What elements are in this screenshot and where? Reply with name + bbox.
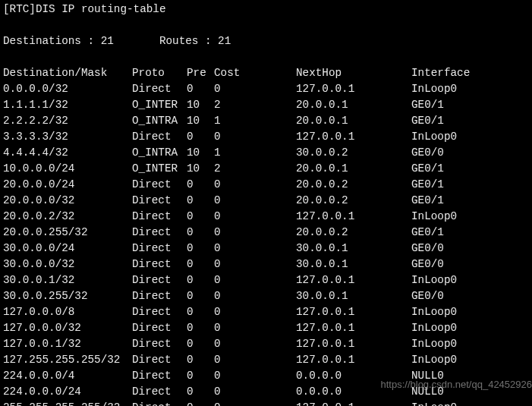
cell-proto: Direct [132, 288, 187, 304]
table-row: 30.0.0.0/32Direct0030.0.0.1GE0/0 [3, 257, 529, 272]
cell-pre: 10 [187, 113, 214, 129]
cell-iface: GE0/0 [411, 145, 529, 161]
cell-dest: 127.0.0.1/32 [3, 336, 132, 352]
cell-nexthop: 127.0.0.1 [296, 352, 411, 368]
cell-pre: 0 [187, 352, 214, 368]
cell-pre: 0 [187, 81, 214, 97]
cell-dest: 127.255.255.255/32 [3, 352, 132, 368]
cell-nexthop: 127.0.0.1 [296, 129, 411, 145]
table-row: 20.0.0.255/32Direct0020.0.0.2GE0/1 [3, 225, 529, 241]
cell-iface: InLoop0 [411, 272, 529, 288]
command-line: [RTC]DIS IP routing-table [3, 2, 529, 17]
cell-proto: Direct [132, 352, 187, 368]
cell-pre: 0 [187, 193, 214, 209]
cell-nexthop: 127.0.0.1 [296, 209, 411, 225]
cell-cost: 2 [214, 161, 296, 177]
cell-iface: GE0/1 [411, 113, 529, 129]
cell-nexthop: 20.0.0.2 [296, 177, 411, 193]
routing-table-body: 0.0.0.0/32Direct00127.0.0.1InLoop01.1.1.… [3, 81, 529, 406]
cell-cost: 0 [214, 225, 296, 241]
cell-proto: Direct [132, 193, 187, 209]
blank-line [3, 49, 529, 65]
table-row: 4.4.4.4/32O_INTRA10130.0.0.2GE0/0 [3, 145, 529, 161]
cell-nexthop: 20.0.0.1 [296, 113, 411, 129]
cell-iface: GE0/1 [411, 177, 529, 193]
cell-cost: 2 [214, 97, 296, 113]
table-row: 20.0.0.0/24Direct0020.0.0.2GE0/1 [3, 177, 529, 193]
cell-iface: InLoop0 [411, 336, 529, 352]
cell-proto: Direct [132, 177, 187, 193]
cell-dest: 20.0.0.255/32 [3, 225, 132, 241]
cell-nexthop: 127.0.0.1 [296, 272, 411, 288]
cell-pre: 0 [187, 320, 214, 336]
cell-iface: GE0/0 [411, 288, 529, 304]
cell-pre: 0 [187, 241, 214, 257]
table-row: 10.0.0.0/24O_INTER10220.0.0.1GE0/1 [3, 161, 529, 177]
cell-nexthop: 127.0.0.1 [296, 320, 411, 336]
cell-dest: 20.0.0.0/24 [3, 177, 132, 193]
table-row: 30.0.0.0/24Direct0030.0.0.1GE0/0 [3, 241, 529, 257]
col-cost: Cost [214, 65, 296, 81]
cell-dest: 30.0.0.0/32 [3, 257, 132, 272]
cell-dest: 255.255.255.255/32 [3, 400, 132, 406]
cell-nexthop: 30.0.0.1 [296, 288, 411, 304]
cell-nexthop: 0.0.0.0 [296, 384, 411, 400]
table-row: 224.0.0.0/24Direct000.0.0.0NULL0 [3, 384, 529, 400]
cell-pre: 0 [187, 177, 214, 193]
table-row: 127.0.0.0/8Direct00127.0.0.1InLoop0 [3, 304, 529, 320]
cell-cost: 0 [214, 177, 296, 193]
cell-dest: 30.0.0.0/24 [3, 241, 132, 257]
cell-nexthop: 20.0.0.2 [296, 193, 411, 209]
cell-proto: Direct [132, 368, 187, 384]
cell-pre: 0 [187, 336, 214, 352]
cell-dest: 3.3.3.3/32 [3, 129, 132, 145]
cell-pre: 0 [187, 209, 214, 225]
cell-cost: 1 [214, 145, 296, 161]
table-row: 127.0.0.1/32Direct00127.0.0.1InLoop0 [3, 336, 529, 352]
cell-proto: O_INTRA [132, 145, 187, 161]
cell-nexthop: 30.0.0.2 [296, 145, 411, 161]
cell-dest: 127.0.0.0/8 [3, 304, 132, 320]
cell-pre: 0 [187, 288, 214, 304]
cell-iface: InLoop0 [411, 352, 529, 368]
cell-pre: 0 [187, 304, 214, 320]
cell-dest: 1.1.1.1/32 [3, 97, 132, 113]
cell-dest: 30.0.0.255/32 [3, 288, 132, 304]
cell-iface: InLoop0 [411, 209, 529, 225]
cell-cost: 0 [214, 352, 296, 368]
cell-dest: 224.0.0.0/24 [3, 384, 132, 400]
cell-iface: InLoop0 [411, 320, 529, 336]
cell-cost: 0 [214, 257, 296, 272]
cell-proto: Direct [132, 272, 187, 288]
cell-cost: 0 [214, 320, 296, 336]
cell-cost: 0 [214, 193, 296, 209]
cell-pre: 0 [187, 384, 214, 400]
col-dest: Destination/Mask [3, 65, 132, 81]
cell-iface: NULL0 [411, 384, 529, 400]
cell-proto: Direct [132, 129, 187, 145]
table-row: 1.1.1.1/32O_INTER10220.0.0.1GE0/1 [3, 97, 529, 113]
cell-iface: GE0/0 [411, 257, 529, 272]
table-row: 30.0.0.255/32Direct0030.0.0.1GE0/0 [3, 288, 529, 304]
summary-line: Destinations : 21 Routes : 21 [3, 33, 529, 49]
cell-dest: 20.0.0.0/32 [3, 193, 132, 209]
cell-proto: Direct [132, 241, 187, 257]
cell-nexthop: 30.0.0.1 [296, 241, 411, 257]
table-row: 0.0.0.0/32Direct00127.0.0.1InLoop0 [3, 81, 529, 97]
cell-nexthop: 20.0.0.1 [296, 97, 411, 113]
cell-nexthop: 127.0.0.1 [296, 400, 411, 406]
cell-iface: NULL0 [411, 368, 529, 384]
cell-proto: O_INTER [132, 97, 187, 113]
cell-proto: Direct [132, 384, 187, 400]
table-row: 127.255.255.255/32Direct00127.0.0.1InLoo… [3, 352, 529, 368]
cell-proto: Direct [132, 81, 187, 97]
cell-cost: 0 [214, 209, 296, 225]
col-pre: Pre [187, 65, 214, 81]
cell-nexthop: 20.0.0.2 [296, 225, 411, 241]
cell-pre: 0 [187, 272, 214, 288]
cell-pre: 0 [187, 129, 214, 145]
cell-pre: 0 [187, 225, 214, 241]
cell-dest: 0.0.0.0/32 [3, 81, 132, 97]
cell-cost: 0 [214, 288, 296, 304]
cell-proto: Direct [132, 400, 187, 406]
